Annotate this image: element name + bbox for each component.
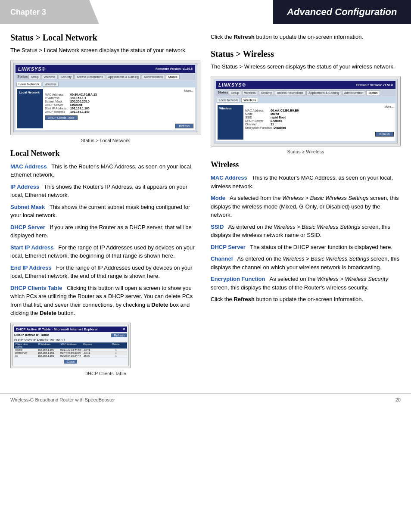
status-wireless-intro: The Status > Wireless screen displays th… <box>211 62 401 71</box>
w-field-ssid: SSID As entered on the Wireless > Basic … <box>211 223 401 240</box>
col-expires: Expires <box>82 343 104 348</box>
w-nav-status[interactable]: Status <box>366 90 380 95</box>
w-field-mac: MAC Address This is the Router's MAC Add… <box>211 174 401 190</box>
header-spacer <box>99 0 273 24</box>
wireless-model: Firmware Version: v1.50.8 <box>356 84 393 87</box>
ss-mac-value: 00:90:4C:70:BA:15 <box>70 93 97 96</box>
wireless-linksys-header: LINKSYS® Firmware Version: v1.50.8 <box>216 81 395 89</box>
chapter-label: Chapter 3 <box>0 0 99 24</box>
col-ip: IP Address <box>37 343 59 348</box>
w-nav-access[interactable]: Access Restrictions <box>275 90 305 95</box>
dhcp-row-3: as 192.168.1.101 00:00:04:10:24:44 25:00… <box>14 355 127 358</box>
w-ss-channel-row: Channel 11 <box>245 123 394 126</box>
ss-startip-row: Start IP Address 192.168.1.100 <box>45 107 193 110</box>
w-field-encryption-label: Encryption Function <box>211 276 265 282</box>
field-ip-label: IP Address <box>10 184 39 190</box>
col-hostname: Client Host Name <box>15 343 36 348</box>
more-label: More... <box>45 89 193 92</box>
ss-dhcp-label: DHCP Server <box>45 103 68 106</box>
dhcp-close-x[interactable]: ✕ <box>122 327 125 331</box>
w-more-label: More... <box>245 105 394 108</box>
dhcp-row1-del[interactable]: □ <box>106 348 127 351</box>
wireless-linksys-nav: Status Setup Wireless Security Access Re… <box>216 90 395 96</box>
dhcp-inner: DHCP Active IP Table - Microsoft Interne… <box>12 325 129 366</box>
dhcp-caption: DHCP Clients Table <box>10 371 200 376</box>
w-ss-mac-row: MAC Address 00:AA:C5:B0:B0:B0 <box>245 109 394 112</box>
w-tab-wireless[interactable]: Wireless <box>241 98 258 103</box>
ss-subnet-row: Subnet Mask 255.255.255.0 <box>45 100 193 103</box>
field-mac-address: MAC Address This is the Router's MAC Add… <box>10 162 200 179</box>
ss-subnet-label: Subnet Mask <box>45 100 68 103</box>
wireless-status-label: Status <box>218 90 228 95</box>
dhcp-row1-ip: 192.168.1.100 <box>37 348 58 351</box>
linksys-nav: Status Setup Wireless Security Access Re… <box>16 74 195 80</box>
w-nav-wireless[interactable]: Wireless <box>242 90 258 95</box>
page-content: Status > Local Network The Status > Loca… <box>0 24 411 390</box>
wireless-ss-main: More... MAC Address 00:AA:C5:B0:B0:B0 Mo… <box>245 105 394 140</box>
field-subnet-mask: Subnet Mask This shows the current subne… <box>10 203 200 220</box>
ssid-italic: Wireless > Basic Wireless Settings <box>274 224 360 230</box>
w-nav-apps[interactable]: Applications & Gaming <box>306 90 341 95</box>
w-nav-setup[interactable]: Setup <box>229 90 241 95</box>
w-field-ssid-label: SSID <box>211 224 224 230</box>
ss-endip-value: 192.168.1.149 <box>70 110 90 113</box>
footer-left: Wireless-G Broadband Router with SpeedBo… <box>10 397 115 402</box>
dhcp-title-bar: DHCP Active IP Table - Microsoft Interne… <box>14 327 127 332</box>
screenshot-inner: LINKSYS® Firmware Version: v1.50.8 Statu… <box>13 63 197 132</box>
wireless-subtabs: Local Network Wireless <box>216 97 395 103</box>
dhcp-row3-del[interactable]: □ <box>106 355 127 357</box>
ss-endip-label: DHCP Address <box>45 110 68 113</box>
w-ss-ssid-row: SSID rapid Boot <box>245 116 394 119</box>
status-label: Status <box>17 75 28 79</box>
dhcp-row1-host: device <box>14 348 36 351</box>
wireless-refresh-button[interactable]: Refresh <box>375 132 394 137</box>
nav-setup[interactable]: Setup <box>28 75 40 79</box>
ss-endip-row: DHCP Address 192.168.1.149 <box>45 110 193 113</box>
wireless-refresh-note: Click the Refresh button to update the o… <box>211 295 401 304</box>
field-startip-label: Start IP Address <box>10 244 53 251</box>
nav-apps[interactable]: Applications & Gaming <box>106 75 141 79</box>
refresh-button[interactable]: Refresh <box>175 124 193 128</box>
channel-italic: Wireless > Basic Wireless Settings <box>283 255 369 262</box>
dhcp-row2-del[interactable]: □ <box>106 352 127 354</box>
dhcp-refresh-button[interactable]: Refresh <box>111 333 127 337</box>
nav-security[interactable]: Security <box>59 75 74 79</box>
w-tab-local[interactable]: Local Network <box>217 98 240 103</box>
nav-admin[interactable]: Administration <box>142 75 165 79</box>
w-field-channel-label: Channel <box>211 255 233 262</box>
field-dhcp-clients: DHCP Clients Table Clicking this button … <box>10 284 200 317</box>
tab-wireless-sub[interactable]: Wireless <box>43 82 59 87</box>
dhcp-table-header: Client Host Name IP Address MAC Address … <box>14 342 127 348</box>
local-refresh-note: Click the Refresh button to update the o… <box>211 33 401 41</box>
dhcp-window-title: DHCP Active IP Table - Microsoft Interne… <box>16 327 98 331</box>
field-ip-address: IP Address This shows the Router's IP Ad… <box>10 183 200 199</box>
dhcp-clients-table-button[interactable]: DHCP Clients Table <box>45 115 78 120</box>
ss-sidebar: Local Network <box>17 89 43 128</box>
w-ss-channel-value: 11 <box>271 123 274 126</box>
dhcp-row2-mac: 00:44:55:66:33:00 <box>59 352 82 354</box>
w-field-mac-label: MAC Address <box>211 174 247 181</box>
w-ss-dhcp-row: DHCP Server Enabled <box>245 119 394 122</box>
nav-wireless[interactable]: Wireless <box>42 75 58 79</box>
nav-status[interactable]: Status <box>166 75 179 79</box>
nav-access[interactable]: Access Restrictions <box>75 75 105 79</box>
field-end-ip: End IP Address For the range of IP Addre… <box>10 264 200 280</box>
dhcp-row3-ip: 192.168.1.101 <box>37 355 58 357</box>
wireless-caption: Status > Wireless <box>211 149 401 154</box>
w-nav-admin[interactable]: Administration <box>342 90 365 95</box>
refresh-bold: Refresh <box>234 34 254 40</box>
delete-bold: Delete <box>151 302 168 308</box>
dhcp-row2-exp: 23:11 <box>83 352 104 354</box>
local-network-heading: Local Network <box>10 149 200 158</box>
w-ss-ssid-label: SSID <box>245 116 269 119</box>
field-mac-label: MAC Address <box>10 163 47 170</box>
wireless-ss-sidebar: Wireless <box>218 105 243 140</box>
tab-localnetwork[interactable]: Local Network <box>16 82 41 87</box>
dhcp-close-button[interactable]: Close <box>64 360 77 364</box>
status-wireless-title: Status > Wireless <box>211 49 401 59</box>
w-field-channel: Channel As entered on the Wireless > Bas… <box>211 255 401 271</box>
field-start-ip: Start IP Address For the range of IP Add… <box>10 243 200 260</box>
ss-ip-label: IP Address <box>45 96 68 100</box>
w-nav-security[interactable]: Security <box>259 90 274 95</box>
page-footer: Wireless-G Broadband Router with SpeedBo… <box>0 393 411 406</box>
